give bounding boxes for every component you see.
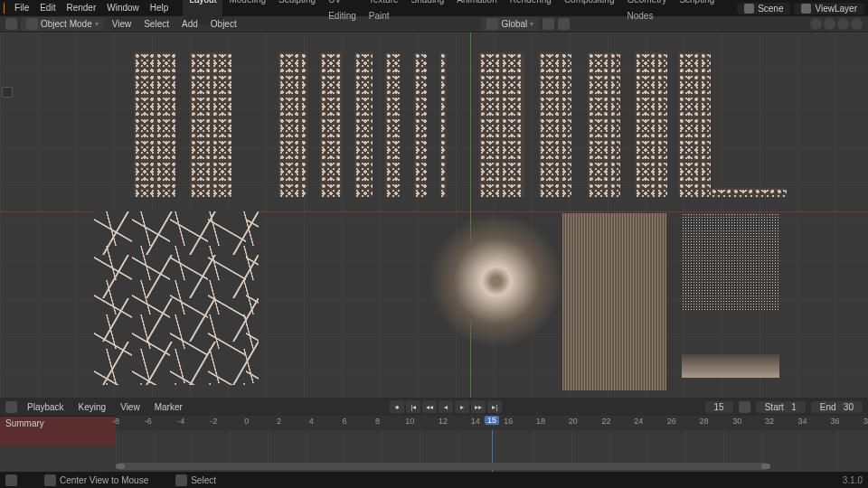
texture-object[interactable] <box>562 213 666 390</box>
brush-object[interactable] <box>354 52 373 197</box>
ruler-tick: 28 <box>700 417 709 426</box>
texture-object[interactable] <box>429 213 564 349</box>
menu-select[interactable]: Select <box>139 19 174 29</box>
orientation-selector[interactable]: Global ▾ <box>481 17 539 31</box>
preview-range-icon[interactable] <box>739 401 750 413</box>
scene-selector[interactable]: Scene <box>737 3 790 14</box>
tab-scripting[interactable]: Scripting <box>673 0 721 24</box>
brush-object[interactable] <box>479 52 524 197</box>
menu-render[interactable]: Render <box>61 0 101 16</box>
status-bar: Center View to Mouse Select 3.1.0 <box>0 472 868 488</box>
brush-object[interactable] <box>320 52 342 197</box>
proportional-icon[interactable] <box>558 18 570 30</box>
playhead-frame[interactable]: 15 <box>485 416 499 425</box>
end-label: End <box>820 402 836 412</box>
jump-end-icon[interactable]: ▸| <box>487 400 502 413</box>
viewport-shading-group <box>810 18 863 30</box>
summary-channel[interactable]: Summary <box>0 416 116 446</box>
ruler-tick: 30 <box>732 417 741 426</box>
viewlayer-selector[interactable]: ViewLayer <box>794 3 864 14</box>
mouse-back-icon <box>5 474 17 486</box>
orient-icon <box>486 18 498 30</box>
timeline-menu-keying[interactable]: Keying <box>74 402 111 412</box>
timeline-scrollbar[interactable] <box>118 463 769 470</box>
brush-object[interactable] <box>678 52 711 197</box>
toolbar-toggle-icon[interactable] <box>2 87 13 98</box>
scroll-handle-right[interactable] <box>761 464 770 469</box>
brush-object[interactable] <box>190 52 231 197</box>
menu-help[interactable]: Help <box>145 0 175 16</box>
timeline-header: Playback Keying View Marker ● |◂ ◂◂ ◂ ▸ … <box>0 398 868 416</box>
play-icon[interactable]: ▸ <box>455 400 469 413</box>
mode-selector[interactable]: Object Mode ▾ <box>21 17 104 31</box>
ruler-tick: 12 <box>439 417 448 426</box>
viewport-3d[interactable] <box>0 33 868 398</box>
jump-start-icon[interactable]: |◂ <box>406 400 420 413</box>
tab-geometry-nodes[interactable]: Geometry Nodes <box>620 0 673 24</box>
shading-rendered-icon[interactable] <box>851 18 863 30</box>
timeline-menu-playback[interactable]: Playback <box>23 402 69 412</box>
current-frame-field[interactable]: 15 <box>705 401 733 413</box>
shading-material-icon[interactable] <box>837 18 849 30</box>
timeline-menu-marker[interactable]: Marker <box>150 402 187 412</box>
brush-object[interactable] <box>134 52 175 197</box>
brush-object[interactable] <box>539 52 571 197</box>
scroll-handle-left[interactable] <box>116 464 125 469</box>
ruler-tick: -2 <box>210 417 217 426</box>
brush-object[interactable] <box>588 52 620 197</box>
ruler-tick: 16 <box>504 417 513 426</box>
shading-solid-icon[interactable] <box>824 18 835 30</box>
menu-object[interactable]: Object <box>206 19 241 29</box>
end-value: 30 <box>844 402 854 412</box>
ruler-tick: 34 <box>798 417 807 426</box>
timeline-menu-view[interactable]: View <box>116 402 145 412</box>
end-frame-field[interactable]: End 30 <box>811 401 863 413</box>
next-key-icon[interactable]: ▸▸ <box>471 400 486 413</box>
snap-icon[interactable] <box>542 18 554 30</box>
texture-object[interactable] <box>94 211 259 385</box>
tab-texture-paint[interactable]: Texture Paint <box>363 0 405 24</box>
texture-object[interactable] <box>682 213 779 311</box>
timeline-ruler[interactable]: -8 -6 -4 -2 0 2 4 6 8 10 12 14 15 16 18 … <box>116 416 868 430</box>
ruler-tick: 6 <box>342 417 346 426</box>
orient-label: Global <box>501 19 527 29</box>
ruler-tick: 22 <box>601 417 610 426</box>
scene-icon <box>744 4 754 14</box>
ruler-tick: 26 <box>667 417 676 426</box>
editor-type-icon[interactable] <box>5 18 17 30</box>
workspace-tabs: Layout Modeling Sculpting UV Editing Tex… <box>183 0 737 24</box>
menu-add[interactable]: Add <box>177 19 203 29</box>
tab-shading[interactable]: Shading <box>405 0 451 24</box>
menu-window[interactable]: Window <box>101 0 145 16</box>
ruler-tick: 2 <box>277 417 281 426</box>
ruler-tick: 8 <box>375 417 380 426</box>
brush-object[interactable] <box>278 52 307 197</box>
viewlayer-icon <box>801 4 811 14</box>
play-reverse-icon[interactable]: ◂ <box>439 400 453 413</box>
add-workspace-button[interactable]: + <box>721 0 737 24</box>
ruler-tick: 10 <box>405 417 414 426</box>
start-label: Start <box>765 402 784 412</box>
ruler-tick: 0 <box>244 417 249 426</box>
menu-edit[interactable]: Edit <box>34 0 61 16</box>
mouse-middle-icon <box>44 474 56 486</box>
ruler-tick: 20 <box>569 417 578 426</box>
texture-object[interactable] <box>289 217 421 349</box>
tab-uv-editing[interactable]: UV Editing <box>322 0 363 24</box>
brush-object[interactable] <box>385 52 400 197</box>
prev-key-icon[interactable]: ◂◂ <box>422 400 437 413</box>
tab-sculpting[interactable]: Sculpting <box>272 0 322 24</box>
ruler-tick: 38 <box>863 417 868 426</box>
brush-object[interactable] <box>414 52 427 197</box>
brush-object[interactable] <box>711 188 787 197</box>
timeline-editor-icon[interactable] <box>5 401 17 413</box>
start-frame-field[interactable]: Start 1 <box>756 401 806 413</box>
shading-wireframe-icon[interactable] <box>810 18 822 30</box>
menu-file[interactable]: File <box>9 0 34 16</box>
menu-view[interactable]: View <box>108 19 137 29</box>
texture-object[interactable] <box>682 354 779 378</box>
brush-object[interactable] <box>635 52 667 197</box>
brush-object[interactable] <box>439 52 447 197</box>
autokey-icon[interactable]: ● <box>390 400 404 413</box>
chevron-down-icon: ▾ <box>530 20 533 28</box>
